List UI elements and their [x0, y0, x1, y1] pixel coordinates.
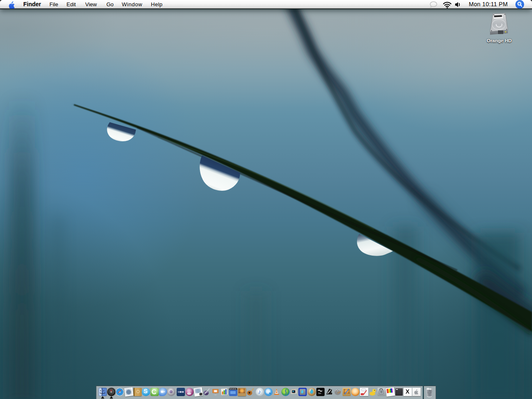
svg-text:live: live — [318, 392, 321, 394]
